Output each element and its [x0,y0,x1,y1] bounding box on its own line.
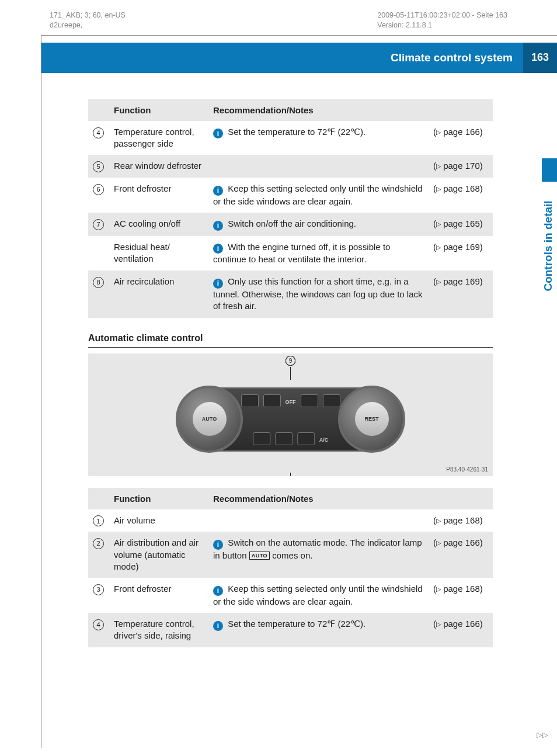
side-section-label: Controls in detail [539,188,557,304]
page-content: Function Recommendation/Notes 4Temperatu… [41,73,557,647]
table-row: Residual heat/ ventilationi With the eng… [88,236,493,271]
notes-cell: i Only use this function for a short tim… [208,271,429,317]
notes-cell: i Switch on the automatic mode. The indi… [208,532,429,578]
callout-number: 7 [93,219,104,230]
info-icon: i [213,279,223,289]
section-rule [88,347,493,348]
page-ref-cell: (▷ page 166) [429,121,493,155]
function-cell: Air volume [109,509,208,532]
row-number-cell: 2 [88,532,109,578]
diagram-callout: 10 [286,473,295,476]
diagram-callout: 9 [286,356,295,380]
notes-cell: i Set the temperature to 72℉ (22℃). [208,121,429,155]
table-row: 2Air distribution and air volume (automa… [88,532,493,578]
table-row: 1Air volume(▷ page 168) [88,509,493,532]
col-notes-2: Recommendation/Notes [208,488,429,509]
info-icon: i [213,221,223,231]
page-ref-cell: (▷ page 168) [429,178,493,213]
function-table-1: Function Recommendation/Notes 4Temperatu… [88,99,493,318]
function-cell: Temperature control, passenger side [109,121,208,155]
callout-number: 2 [93,538,104,549]
notes-cell: i With the engine turned off, it is poss… [208,236,429,271]
side-tab-marker [542,158,557,182]
function-cell: Air recirculation [109,271,208,317]
page-ref-cell: (▷ page 166) [429,532,493,578]
notes-cell [208,509,429,532]
page-ref-cell: (▷ page 170) [429,155,493,178]
callout-number: 6 [93,184,104,195]
function-cell: Temperature control, driver's side, rais… [109,613,208,647]
table-row: 3Front defrosteri Keep this setting sele… [88,578,493,613]
section-heading-automatic: Automatic climate control [88,333,493,344]
function-cell: AC cooling on/off [109,213,208,236]
meta-right-2: Version: 2.11.8.1 [377,20,507,30]
page-ref-cell: (▷ page 168) [429,509,493,532]
notes-cell [208,155,429,178]
row-number-cell: 4 [88,121,109,155]
table-row: 5Rear window defroster(▷ page 170) [88,155,493,178]
callout-number: 5 [93,161,104,172]
page-ref-cell: (▷ page 169) [429,236,493,271]
callout-number: 4 [93,619,104,630]
row-number-cell: 8 [88,271,109,317]
table-row: 7AC cooling on/offi Switch on/off the ai… [88,213,493,236]
notes-cell: i Switch on/off the air conditioning. [208,213,429,236]
col-blank [88,99,109,121]
page-ref-cell: (▷ page 169) [429,271,493,317]
notes-cell: i Keep this setting selected only until … [208,578,429,613]
callout-number: 4 [93,127,104,138]
print-meta-header: 171_AKB; 3; 60, en-US d2ureepe, 2009-05-… [0,0,557,35]
info-icon: i [213,586,223,596]
col-pageref [429,99,493,121]
col-blank-2 [88,488,109,509]
row-number-cell: 4 [88,613,109,647]
table-row: 8Air recirculationi Only use this functi… [88,271,493,317]
row-number-cell: 1 [88,509,109,532]
callout-number: 1 [93,515,104,526]
info-icon: i [213,540,223,550]
diagram-image-id: P83.40-4261-31 [446,466,488,473]
page-ref-cell: (▷ page 166) [429,613,493,647]
page-banner: Climate control system 163 [41,43,557,73]
row-number-cell [88,236,109,271]
continue-indicator-icon: ▷▷ [537,730,548,739]
table-row: 4Temperature control, driver's side, rai… [88,613,493,647]
auto-badge: AUTO [249,552,270,560]
meta-right-1: 2009-05-11T16:00:23+02:00 - Seite 163 [377,11,507,20]
notes-cell: i Set the temperature to 72℉ (22℃). [208,613,429,647]
meta-left-2: d2ureepe, [50,20,126,30]
page-ref-cell: (▷ page 165) [429,213,493,236]
function-cell: Front defroster [109,578,208,613]
row-number-cell: 5 [88,155,109,178]
left-dial: AUTO [176,386,243,453]
right-dial: REST [338,386,405,453]
function-cell: Residual heat/ ventilation [109,236,208,271]
page-ref-cell: (▷ page 168) [429,578,493,613]
col-notes: Recommendation/Notes [208,99,429,121]
row-number-cell: 3 [88,578,109,613]
banner-page-number: 163 [523,43,557,73]
table-row: 4Temperature control, passenger sidei Se… [88,121,493,155]
col-function-2: Function [109,488,208,509]
info-icon: i [213,186,223,196]
climate-control-diagram: OFF A/C AUTO REST 123456789 1413121110 P… [88,353,493,476]
row-number-cell: 6 [88,178,109,213]
function-cell: Front defroster [109,178,208,213]
function-cell: Air distribution and air volume (automat… [109,532,208,578]
row-number-cell: 7 [88,213,109,236]
function-cell: Rear window defroster [109,155,208,178]
table-row: 6Front defrosteri Keep this setting sele… [88,178,493,213]
info-icon: i [213,621,223,631]
function-table-2: Function Recommendation/Notes 1Air volum… [88,488,493,647]
col-function: Function [109,99,208,121]
callout-number: 8 [93,277,104,288]
notes-cell: i Keep this setting selected only until … [208,178,429,213]
info-icon: i [213,129,223,138]
page-frame: Climate control system 163 Controls in d… [41,35,557,748]
meta-left-1: 171_AKB; 3; 60, en-US [50,11,126,20]
col-pageref-2 [429,488,493,509]
callout-number: 3 [93,584,104,595]
info-icon: i [213,244,223,254]
banner-title: Climate control system [391,51,523,64]
